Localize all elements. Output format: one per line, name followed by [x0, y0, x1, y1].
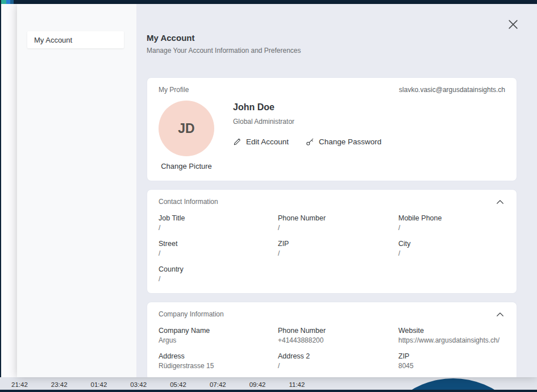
edit-account-label: Edit Account	[246, 137, 289, 146]
chevron-up-icon	[496, 199, 504, 205]
app-logo	[1, 0, 14, 4]
dialog-content: My Account Manage Your Account Informati…	[136, 4, 537, 377]
chart-x-axis-labels: 21:42 23:42 01:42 03:42 05:42 07:42 09:4…	[11, 381, 305, 388]
field-label: ZIP	[398, 352, 505, 360]
company-card-header: Company Information	[159, 310, 505, 318]
field-label: Country	[159, 265, 278, 273]
contact-fields: Job Title / Phone Number / Mobile Phone …	[159, 214, 505, 283]
field-value: /	[278, 249, 398, 257]
profile-section-title: My Profile	[159, 86, 189, 94]
field-label: City	[398, 240, 505, 248]
profile-actions: Edit Account Change Password	[233, 137, 381, 146]
user-role: Global Administrator	[233, 118, 381, 126]
axis-label: 05:42	[170, 381, 186, 388]
top-window-bar	[0, 0, 537, 4]
account-email: slavko.vasic@argusdatainsights.ch	[399, 86, 505, 94]
edit-account-button[interactable]: Edit Account	[233, 137, 289, 146]
screen: { "page": { "axis_labels": ["21:42","23:…	[0, 0, 537, 392]
field-zip: ZIP /	[278, 240, 398, 257]
field-website: Website https://www.argusdatainsights.ch…	[398, 327, 505, 344]
field-label: Mobile Phone	[398, 214, 505, 222]
field-company-name: Company Name Argus	[159, 327, 278, 344]
contact-card-header: Contact Information	[159, 198, 505, 206]
dialog-sidebar: My Account	[17, 4, 136, 377]
change-password-button[interactable]: Change Password	[306, 137, 381, 146]
chevron-up-icon	[496, 312, 504, 317]
field-street: Street /	[159, 240, 278, 257]
dialog-title: My Account	[147, 33, 517, 43]
axis-label: 01:42	[91, 381, 107, 388]
field-address: Address Rüdigerstrasse 15	[159, 352, 278, 370]
field-label: Job Title	[159, 214, 278, 222]
sidebar-item-my-account[interactable]: My Account	[27, 31, 124, 48]
field-label: Street	[159, 240, 278, 248]
contact-section-title: Contact Information	[159, 198, 218, 206]
field-value: /	[159, 224, 278, 232]
field-mobile-phone: Mobile Phone /	[398, 214, 505, 232]
user-name: John Doe	[233, 102, 381, 112]
pencil-icon	[233, 137, 242, 146]
avatar-initials: JD	[178, 121, 194, 136]
field-value: /	[278, 362, 398, 370]
field-value: /	[398, 249, 505, 257]
field-company-phone: Phone Number +41443888200	[278, 327, 398, 344]
avatar: JD	[159, 101, 214, 156]
axis-label: 23:42	[51, 381, 68, 388]
field-label: Website	[398, 327, 505, 335]
company-collapse-button[interactable]	[495, 311, 505, 318]
field-value: +41443888200	[278, 336, 398, 344]
chart-axis-strip: 21:42 23:42 01:42 03:42 05:42 07:42 09:4…	[0, 377, 537, 392]
contact-collapse-button[interactable]	[495, 198, 505, 206]
field-label: Phone Number	[278, 327, 398, 335]
profile-card-header: My Profile slavko.vasic@argusdatainsight…	[159, 86, 505, 94]
axis-label: 09:42	[249, 381, 266, 388]
field-city: City /	[398, 240, 505, 257]
change-password-label: Change Password	[319, 137, 381, 146]
field-value: Rüdigerstrasse 15	[159, 362, 278, 370]
profile-body: JD Change Picture John Doe Global Admini…	[159, 101, 505, 170]
field-country: Country /	[159, 265, 278, 283]
page-left-gutter	[0, 4, 17, 377]
field-label: Phone Number	[278, 214, 398, 222]
close-icon	[509, 20, 518, 29]
field-value: /	[159, 275, 278, 283]
field-value: /	[278, 224, 398, 232]
axis-label: 03:42	[130, 381, 147, 388]
field-label: Company Name	[159, 327, 278, 335]
change-picture-button[interactable]: Change Picture	[161, 162, 212, 170]
company-card: Company Information Company Name Argus P…	[147, 302, 517, 377]
field-phone-number: Phone Number /	[278, 214, 398, 232]
field-value: https://www.argusdatainsights.ch/	[398, 336, 505, 344]
field-label: ZIP	[278, 240, 398, 248]
field-company-zip: ZIP 8045	[398, 352, 505, 370]
key-icon	[306, 137, 314, 146]
field-value: /	[398, 224, 505, 232]
field-value: Argus	[159, 336, 278, 344]
field-value: 8045	[398, 362, 505, 370]
company-fields: Company Name Argus Phone Number +4144388…	[159, 327, 505, 370]
axis-label: 21:42	[11, 381, 28, 388]
profile-info: John Doe Global Administrator Edit Accou…	[233, 101, 381, 170]
company-section-title: Company Information	[159, 310, 224, 318]
field-label: Address 2	[278, 352, 398, 360]
contact-card: Contact Information Job Title / Phone Nu…	[147, 189, 517, 294]
axis-label: 07:42	[210, 381, 226, 388]
profile-card: My Profile slavko.vasic@argusdatainsight…	[147, 77, 517, 181]
close-button[interactable]	[506, 18, 520, 31]
bottom-window-bar	[0, 390, 537, 392]
my-account-dialog: My Account My Account Manage Your Accoun…	[17, 4, 537, 377]
avatar-column: JD Change Picture	[159, 101, 214, 170]
field-value: /	[159, 249, 278, 257]
field-address-2: Address 2 /	[278, 352, 398, 370]
axis-label: 11:42	[289, 381, 305, 388]
field-job-title: Job Title /	[159, 214, 278, 232]
dialog-subtitle: Manage Your Account Information and Pref…	[147, 47, 517, 55]
field-label: Address	[159, 352, 278, 360]
sidebar-item-label: My Account	[34, 36, 72, 44]
